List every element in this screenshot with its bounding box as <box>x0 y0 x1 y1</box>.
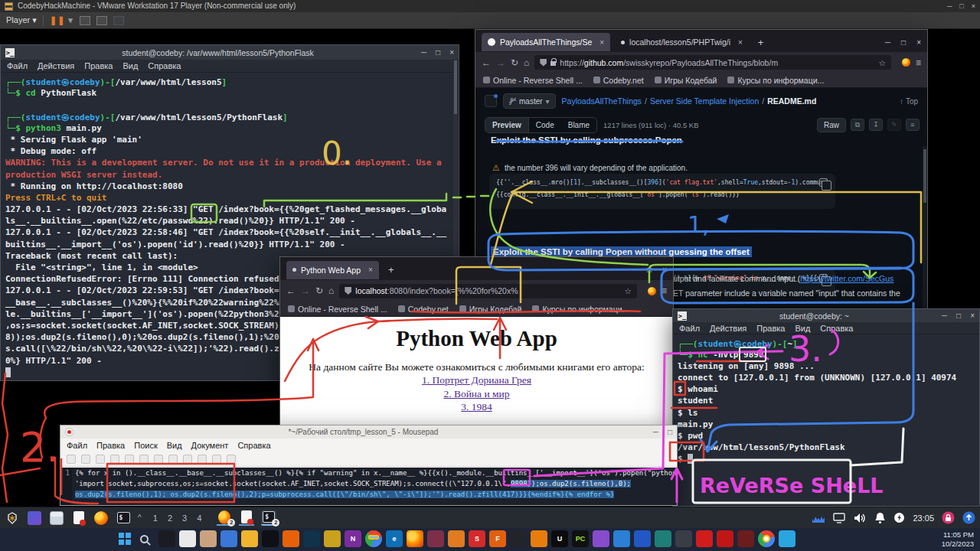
menu-item[interactable]: Вид <box>122 61 138 70</box>
bookmark-item[interactable]: Codeby.net <box>593 76 644 85</box>
menu-item[interactable]: Справка <box>237 441 270 450</box>
fl-studio-icon[interactable] <box>448 530 465 547</box>
maps-icon[interactable] <box>634 530 651 547</box>
gear-red-1-icon[interactable] <box>696 530 713 547</box>
chrome-profile-icon[interactable] <box>758 530 775 547</box>
url-bar[interactable]: https://github.com/swisskyrepo/PayloadsA… <box>534 55 891 70</box>
menu-item[interactable]: Вид <box>795 324 810 333</box>
minimize-button[interactable]: ─ <box>421 48 426 57</box>
windows-clock[interactable]: 11:05 PM 10/2/2023 <box>942 530 974 549</box>
tab-python-web-app[interactable]: Python Web App × <box>286 261 379 279</box>
bookmark-item[interactable]: Курсы по информаци... <box>727 76 824 85</box>
search-replace-icon[interactable] <box>227 455 236 464</box>
tab-github[interactable]: PayloadsAllTheThings/Se × <box>482 33 610 51</box>
extension-icon[interactable] <box>648 287 656 295</box>
breadcrumb[interactable]: PayloadsAllTheThings / Server Side Templ… <box>562 96 817 106</box>
vscode-icon[interactable] <box>613 530 630 547</box>
home-icon[interactable]: ⌂ <box>524 57 529 68</box>
panel-chevron-icon[interactable]: ^ <box>138 514 142 522</box>
show-desktop-icon[interactable] <box>27 510 42 526</box>
speedtest-icon[interactable] <box>158 530 175 547</box>
cpu-graph-icon[interactable] <box>812 512 825 524</box>
menu-item[interactable]: Правка <box>756 324 785 333</box>
menu-item[interactable]: Действия <box>38 61 74 70</box>
app-menu-icon[interactable]: ≡ <box>916 57 921 68</box>
copy-code-icon[interactable] <box>819 178 828 187</box>
webcam-icon[interactable] <box>510 530 527 547</box>
menu-item[interactable]: Правка <box>84 61 113 70</box>
maximize-button[interactable]: □ <box>436 48 440 57</box>
bookmark-star-icon[interactable]: ☆ <box>879 58 886 67</box>
file-manager-icon[interactable] <box>49 510 64 526</box>
vmware-ctrl-alt-del-icon[interactable] <box>80 16 90 25</box>
reload-icon[interactable]: ↻ <box>511 57 518 68</box>
menu-item[interactable]: Документ <box>191 441 229 450</box>
menu-item[interactable]: Поиск <box>134 441 157 450</box>
virtualbox-icon[interactable] <box>303 530 320 547</box>
tab-preview[interactable]: Preview <box>485 118 529 132</box>
bookmark-star-icon[interactable]: ☆ <box>625 286 632 295</box>
book-link-1[interactable]: 1. Портрет Дориана Грея <box>280 373 673 387</box>
menu-item[interactable]: Справка <box>148 61 181 70</box>
workspace-switcher[interactable]: 1 2 3 4 <box>153 514 206 523</box>
extension-icon[interactable] <box>902 58 910 67</box>
clock[interactable]: 23:05 <box>913 514 934 523</box>
file-tree-icon[interactable] <box>485 95 497 107</box>
menu-item[interactable]: Файл <box>67 441 87 450</box>
save-icon[interactable] <box>96 455 105 464</box>
back-icon[interactable]: ← <box>286 285 296 296</box>
vmware-fullscreen-icon[interactable] <box>96 16 107 25</box>
bookmark-item[interactable]: Курсы по информаци... <box>532 305 629 314</box>
vmware-maximize-button[interactable]: □ <box>959 0 963 12</box>
gear-red-2-icon[interactable] <box>717 530 733 547</box>
menu-item[interactable]: Файл <box>7 61 28 70</box>
terminal-titlebar[interactable]: >_ student@codeby: ~ ─ □ × <box>673 309 979 322</box>
menu-item[interactable]: Действия <box>710 324 746 333</box>
updates-icon[interactable] <box>962 511 975 524</box>
app-menu-icon[interactable]: ≡ <box>662 285 667 296</box>
running-firefox[interactable]: 2 <box>217 510 232 526</box>
chrome-icon[interactable] <box>365 530 382 547</box>
close-button[interactable]: × <box>970 311 975 320</box>
firefox-launcher-icon[interactable] <box>93 510 109 526</box>
start-icon[interactable] <box>119 533 131 545</box>
twitter-link[interactable]: https://twitter.com/SecGus <box>800 274 893 283</box>
calendar-icon[interactable] <box>220 530 237 547</box>
running-terminal[interactable]: $2 <box>261 510 276 526</box>
slack-icon[interactable] <box>179 530 196 547</box>
mousepad-titlebar[interactable]: *~/Рабочий стол/tmp_lesson_5 - Mousepad … <box>60 425 677 439</box>
search-icon[interactable] <box>212 455 221 464</box>
editor-area[interactable]: 1 {% for x in ().__class__.__base__.__su… <box>60 468 677 505</box>
open-file-icon[interactable] <box>81 455 90 464</box>
new-file-icon[interactable] <box>67 455 76 464</box>
arrows-icon[interactable] <box>324 530 341 547</box>
forward-icon[interactable]: → <box>301 285 310 296</box>
menu-item[interactable]: Файл <box>679 324 700 333</box>
tab-close-icon[interactable]: × <box>368 266 373 274</box>
back-icon[interactable]: ← <box>482 57 491 68</box>
close-button[interactable]: × <box>449 48 454 57</box>
bookmark-item[interactable]: Online - Reverse Shell ... <box>483 76 583 85</box>
terminal-launcher-icon[interactable]: $ <box>116 510 131 526</box>
maximize-button[interactable]: □ <box>956 311 961 320</box>
branch-selector[interactable]: master ▾ <box>503 93 556 109</box>
display-icon[interactable] <box>833 513 845 523</box>
maximize-button[interactable]: □ <box>901 38 906 47</box>
vmware-minimize-button[interactable]: ─ <box>947 0 952 12</box>
tab-code[interactable]: Code <box>529 118 561 132</box>
screen-lock-icon[interactable] <box>942 511 955 524</box>
clock-icon[interactable] <box>283 530 299 547</box>
bookmark-item[interactable]: Игры Кодебай <box>459 305 522 314</box>
davinci-icon[interactable] <box>427 530 444 547</box>
book-link-2[interactable]: 2. Война и мир <box>280 387 673 401</box>
minimize-button[interactable]: ─ <box>653 428 658 436</box>
raw-button[interactable]: Raw <box>817 118 846 132</box>
volume-icon[interactable] <box>853 512 867 524</box>
blender-icon[interactable] <box>531 530 547 547</box>
running-mousepad[interactable] <box>239 510 254 526</box>
menu-item[interactable]: Справка <box>820 324 853 333</box>
firefox-icon[interactable] <box>407 530 423 547</box>
shazam-icon[interactable]: S <box>469 530 485 547</box>
maximize-button[interactable]: □ <box>647 266 652 274</box>
folder-icon[interactable] <box>241 530 258 547</box>
